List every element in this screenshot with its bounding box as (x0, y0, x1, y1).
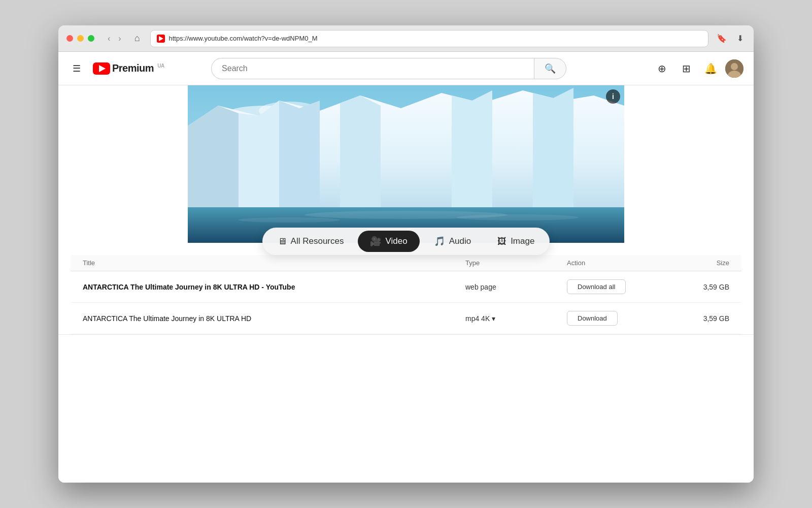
row-2-type-select: mp4 4K ▾ (465, 314, 567, 323)
tab-image-label: Image (511, 236, 534, 246)
iceberg-svg (188, 85, 624, 243)
thumbnail-image: i (188, 85, 624, 243)
filter-tabs: 🖥 All Resources 🎥 Video 🎵 Audio 🖼 Image (262, 228, 550, 255)
svg-marker-11 (533, 88, 573, 207)
search-input[interactable] (211, 58, 534, 79)
row-2-action: Download (567, 311, 668, 326)
create-button[interactable]: ⊕ (652, 58, 672, 79)
search-container: 🔍 (211, 58, 566, 79)
svg-point-1 (731, 63, 738, 70)
youtube-logo-icon (93, 62, 110, 75)
main-content: i 🖥 All Resources 🎥 Video 🎵 Audio (58, 85, 754, 483)
apps-button[interactable]: ⊞ (676, 58, 697, 79)
home-button[interactable]: ⌂ (130, 31, 144, 46)
notifications-button[interactable]: 🔔 (701, 58, 721, 79)
browser-window: ‹ › ⌂ https://www.youtube.com/watch?v=de… (58, 25, 754, 483)
row-2-title: ANTARCTICA The Ultimate Journey in 8K UL… (83, 314, 465, 323)
svg-point-16 (239, 217, 340, 223)
svg-marker-9 (340, 96, 381, 207)
video-thumbnail: i (188, 85, 624, 243)
browser-download-button[interactable]: ⬇ (735, 31, 746, 45)
forward-button[interactable]: › (115, 32, 124, 45)
col-type-header: Type (465, 259, 567, 267)
title-bar: ‹ › ⌂ https://www.youtube.com/watch?v=de… (58, 25, 754, 52)
col-action-header: Action (567, 259, 668, 267)
audio-icon: 🎵 (434, 236, 445, 247)
search-icon: 🔍 (545, 63, 556, 74)
header-actions: ⊕ ⊞ 🔔 (652, 58, 743, 79)
search-button[interactable]: 🔍 (534, 58, 566, 79)
bookmark-button[interactable]: 🔖 (715, 31, 729, 45)
row-1-size: 3,59 GB (668, 283, 729, 291)
address-bar[interactable]: https://www.youtube.com/watch?v=de-wdNPM… (150, 30, 708, 47)
row-2-type-text: mp4 4K (465, 314, 490, 323)
tab-all-resources-label: All Resources (291, 236, 344, 246)
tab-video-label: Video (385, 236, 407, 246)
tab-video[interactable]: 🎥 Video (358, 231, 419, 252)
svg-marker-13 (279, 101, 320, 207)
type-dropdown-button[interactable]: ▾ (492, 314, 495, 323)
back-button[interactable]: ‹ (105, 32, 113, 45)
table-row: ANTARCTICA The Ultimate Journey in 8K UL… (71, 271, 741, 303)
row-2-type: mp4 4K ▾ (465, 314, 567, 323)
hamburger-menu-button[interactable]: ☰ (69, 59, 85, 78)
image-icon: 🖼 (497, 236, 506, 247)
row-2-size: 3,59 GB (668, 314, 729, 323)
tab-all-resources[interactable]: 🖥 All Resources (265, 231, 356, 252)
apps-icon: ⊞ (682, 62, 691, 75)
download-all-button[interactable]: Download all (567, 279, 626, 294)
download-section: Title Type Action Size ANTARCTICA The Ul… (58, 255, 754, 334)
nav-buttons: ‹ › (105, 32, 124, 45)
youtube-logo[interactable]: Premium UA (93, 62, 164, 75)
tab-audio[interactable]: 🎵 Audio (422, 231, 483, 252)
col-size-header: Size (668, 259, 729, 267)
info-button[interactable]: i (606, 89, 620, 104)
chevron-down-icon: ▾ (492, 314, 495, 323)
minimize-button[interactable] (77, 35, 84, 42)
youtube-header: ☰ Premium UA 🔍 ⊕ ⊞ 🔔 (58, 52, 754, 85)
col-title-header: Title (83, 259, 465, 267)
filter-tabs-wrapper: 🖥 All Resources 🎥 Video 🎵 Audio 🖼 Image (58, 228, 754, 255)
iceberg-scene (188, 85, 624, 243)
tab-image[interactable]: 🖼 Image (485, 231, 547, 252)
ua-badge: UA (157, 63, 164, 69)
table-row: ANTARCTICA The Ultimate Journey in 8K UL… (71, 303, 741, 334)
svg-marker-12 (188, 106, 239, 207)
row-1-action: Download all (567, 279, 668, 294)
create-icon: ⊕ (658, 62, 666, 75)
site-favicon (157, 35, 165, 43)
bell-icon: 🔔 (704, 62, 717, 75)
close-button[interactable] (66, 35, 73, 42)
row-1-type: web page (465, 283, 567, 291)
svg-point-17 (457, 214, 579, 220)
row-1-type-text: web page (465, 283, 496, 291)
traffic-lights (66, 35, 94, 42)
url-text: https://www.youtube.com/watch?v=de-wdNPM… (169, 35, 702, 42)
tab-audio-label: Audio (449, 236, 471, 246)
row-1-title: ANTARCTICA The Ultimate Journey in 8K UL… (83, 283, 465, 291)
avatar[interactable] (725, 59, 743, 78)
svg-marker-10 (452, 90, 492, 207)
youtube-logo-text: Premium UA (112, 62, 164, 74)
maximize-button[interactable] (88, 35, 94, 42)
download-button[interactable]: Download (567, 311, 618, 326)
video-icon: 🎥 (370, 236, 381, 247)
table-header: Title Type Action Size (71, 255, 741, 271)
svg-marker-8 (239, 101, 279, 207)
all-resources-icon: 🖥 (278, 236, 287, 247)
bottom-area (58, 334, 754, 436)
